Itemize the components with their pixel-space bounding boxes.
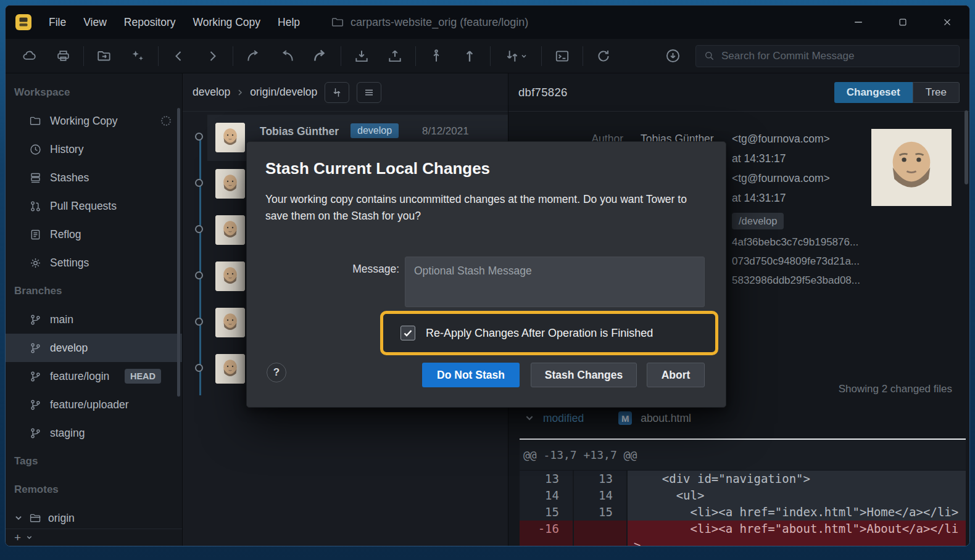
sidebar-branch-main[interactable]: main [6,305,182,334]
avatar [215,123,245,152]
menu-help[interactable]: Help [269,11,309,34]
file-status: modified [543,412,584,425]
chevron-down-icon[interactable] [26,534,33,541]
app-window: File View Repository Working Copy Help c… [5,5,970,546]
author-date: at 14:31:17 [732,152,786,165]
download-icon[interactable] [656,43,689,69]
chevron-down-icon [520,52,528,60]
parent-hash: 5832986ddb29f5e3bad08... [732,274,860,287]
tab-tree[interactable]: Tree [913,82,960,103]
details-scrollbar[interactable] [965,110,968,184]
merge-icon[interactable] [237,43,270,69]
close-button[interactable] [925,6,969,39]
stash-changes-button[interactable]: Stash Changes [531,363,637,387]
push-icon[interactable] [378,43,412,69]
toolbar [6,39,969,73]
branch-badge[interactable]: /develop [732,213,784,229]
commit-search-box[interactable] [695,45,960,67]
printer-icon[interactable] [46,43,80,69]
refresh-icon[interactable] [587,43,620,69]
sidebar-item-reflog[interactable]: Reflog [6,220,182,249]
maximize-button[interactable] [881,6,925,39]
branches-header: Branches [6,277,182,305]
commit-dot [195,225,203,233]
forward-icon[interactable] [196,43,229,69]
sidebar-item-working-copy[interactable]: Working Copy [6,107,182,135]
branch-icon [29,427,42,440]
redo-icon[interactable] [304,43,337,69]
do-not-stash-button[interactable]: Do Not Stash [422,363,520,387]
diff-line-removed: -16 <li><a href="about.html">About</a></… [520,521,966,546]
avatar [215,169,245,199]
code-line: <li><a href="index.html">Home</a></li> [628,504,966,521]
branch-icon [29,313,42,326]
tower-app-icon [15,14,31,30]
sidebar-scrollbar[interactable] [177,108,180,397]
sidebar-branch-develop[interactable]: develop [6,334,182,362]
add-button[interactable]: + [14,532,21,543]
avatar [215,261,245,291]
sidebar-item-pull-requests[interactable]: Pull Requests [6,192,182,220]
help-button[interactable]: ? [267,363,286,382]
terminal-icon[interactable] [546,43,579,69]
undo-icon[interactable] [270,43,304,69]
window-controls [836,6,969,39]
modified-badge: M [618,411,632,425]
dialog-body-text: Your working copy contains uncommitted c… [265,191,701,224]
toolbar-separator [233,46,233,66]
list-options-button[interactable] [357,82,381,103]
compare-branches-button[interactable] [494,43,537,69]
changed-file-row[interactable]: modified M about.html [525,411,691,425]
chevron-down-icon[interactable] [525,413,534,423]
sidebar-item-stashes[interactable]: Stashes [6,163,182,192]
menu-view[interactable]: View [75,11,115,34]
sidebar: Workspace Working Copy History Stashes P… [6,73,183,546]
stash-message-input[interactable] [405,257,705,307]
pull-request-icon [29,200,42,213]
sidebar-item-history[interactable]: History [6,135,182,163]
stash-dialog: Stash Current Local Changes Your working… [246,141,726,408]
commit-hash: dbf75826 [518,86,568,99]
breadcrumb-branch[interactable]: develop [193,86,230,99]
open-repo-icon[interactable] [88,43,121,69]
reapply-checkbox[interactable] [400,326,415,340]
remotes-header: Remotes [6,476,182,504]
menu-repository[interactable]: Repository [115,11,185,34]
search-input[interactable] [721,50,952,62]
diff-line: 13 13 <div id="navigation"> [520,471,966,487]
fetch-cloud-icon[interactable] [13,43,46,69]
reapply-checkbox-label[interactable]: Re-Apply Changes After Operation is Fini… [426,327,653,340]
sidebar-item-settings[interactable]: Settings [6,249,182,277]
minimize-button[interactable] [836,6,881,39]
workspace-header: Workspace [6,78,182,107]
chevron-down-icon[interactable] [14,514,23,522]
pull-icon[interactable] [345,43,378,69]
avatar [215,308,245,337]
committer-date: at 14:31:17 [732,192,786,205]
compare-button[interactable] [325,82,349,103]
menu-file[interactable]: File [40,11,75,34]
tags-header: Tags [6,447,182,476]
menu-working-copy[interactable]: Working Copy [184,11,269,34]
sidebar-branch-feature-login[interactable]: feature/login HEAD [6,362,182,390]
toolbar-separator [541,46,542,66]
committer-email: <tg@fournova.com> [732,172,830,185]
branch-icon [29,342,42,355]
toolbar-separator [83,46,84,66]
commit-timeline [199,138,201,395]
publish-icon[interactable] [453,43,486,69]
abort-button[interactable]: Abort [647,363,705,387]
tab-changeset[interactable]: Changeset [834,82,913,103]
new-line-number: 13 [574,471,628,487]
commit-icon[interactable] [420,43,453,69]
folder-icon [331,15,344,29]
toolbar-separator [415,46,416,66]
parent-hash: 073d750c94809fe73d21a... [732,255,860,268]
commit-dot [195,133,203,141]
magic-sparkles-icon[interactable] [121,43,154,69]
sidebar-branch-feature-uploader[interactable]: feature/uploader [6,390,182,419]
author-avatar [871,129,952,206]
sidebar-branch-staging[interactable]: staging [6,419,182,447]
back-icon[interactable] [162,43,196,69]
breadcrumb-tracking-branch[interactable]: origin/develop [250,86,317,99]
